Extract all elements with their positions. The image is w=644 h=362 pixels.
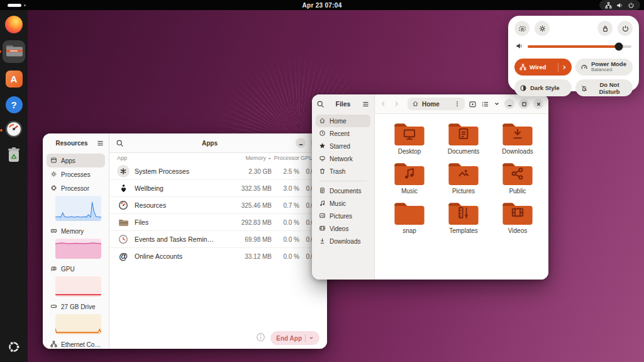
- sidebar-label: Processor: [61, 185, 89, 192]
- system-tray[interactable]: [599, 0, 640, 10]
- resources-menu-button[interactable]: [96, 139, 104, 147]
- dock-item-app-center[interactable]: A: [4, 69, 24, 89]
- dock-item-help[interactable]: ?: [4, 94, 24, 115]
- app-row-online-accounts[interactable]: @Online Accounts 33.12 MB 0.0 % 0.0 %: [109, 247, 327, 264]
- app-row-wellbeing[interactable]: Wellbeing 332.35 MB 3.0 % 0.0 %: [109, 179, 327, 196]
- column-app[interactable]: App: [117, 155, 215, 161]
- view-options-chevron-button[interactable]: [494, 101, 500, 107]
- column-memory[interactable]: Memory: [215, 155, 272, 161]
- app-row-resources[interactable]: Resources 325.46 MB 0.7 % 0.0 %: [109, 196, 327, 213]
- folder-documents[interactable]: Documents: [436, 120, 491, 155]
- forward-button[interactable]: [392, 100, 400, 108]
- sidebar-label: 27 GB Drive: [61, 303, 95, 310]
- wired-label: Wired: [530, 64, 546, 71]
- lock-button[interactable]: [597, 21, 613, 36]
- info-icon[interactable]: [256, 332, 265, 344]
- slider-fill: [528, 45, 619, 48]
- sidebar-item-starred[interactable]: Starred: [316, 140, 370, 152]
- sidebar-item-apps[interactable]: Apps: [47, 154, 105, 167]
- sidebar-item-trash[interactable]: Trash: [316, 165, 370, 178]
- resources-headerbar: Apps: [109, 133, 327, 153]
- dock-item-resources[interactable]: [4, 120, 24, 140]
- sidebar-item-home[interactable]: Home: [316, 115, 370, 127]
- gear-icon: [50, 171, 57, 179]
- folder-pictures[interactable]: Pictures: [436, 160, 491, 195]
- dock-item-firefox[interactable]: [4, 14, 24, 35]
- processor-usage-graph[interactable]: [55, 196, 101, 221]
- memory-usage-graph[interactable]: [55, 239, 101, 259]
- files-menu-button[interactable]: [362, 100, 370, 108]
- screenshot-button[interactable]: [514, 21, 530, 36]
- sidebar-label: Processes: [61, 171, 91, 178]
- sidebar-label: Ethernet Connecti…: [61, 341, 101, 348]
- app-row-system-processes[interactable]: System Processes 2.30 GB 2.5 % 0.0 %: [109, 163, 327, 179]
- close-button[interactable]: [533, 99, 543, 109]
- sidebar-item-pictures[interactable]: Pictures: [316, 210, 370, 222]
- button-divider: [305, 334, 306, 342]
- search-button[interactable]: [316, 100, 325, 108]
- folder-downloads[interactable]: Downloads: [491, 120, 545, 155]
- gpu-usage-graph[interactable]: [55, 276, 101, 297]
- sidebar-item-drive[interactable]: 27 GB Drive: [47, 300, 105, 314]
- sidebar-item-ethernet[interactable]: Ethernet Connecti…: [47, 337, 105, 349]
- back-button[interactable]: [380, 100, 387, 108]
- app-row-files[interactable]: Files 292.83 MB 0.0 % 0.0 %: [109, 213, 327, 230]
- path-bar[interactable]: Home: [408, 98, 465, 110]
- new-tab-button[interactable]: [469, 100, 477, 108]
- sidebar-item-music[interactable]: Music: [316, 197, 370, 210]
- clock[interactable]: Apr 23 07:04: [302, 2, 341, 9]
- folder-public[interactable]: Public: [491, 160, 545, 195]
- network-icon: [319, 155, 326, 163]
- dark-style-tile[interactable]: Dark Style: [514, 79, 572, 96]
- folder-music[interactable]: Music: [382, 160, 436, 195]
- power-button[interactable]: [618, 21, 633, 36]
- workspace-indicator[interactable]: [8, 4, 26, 7]
- folder-templates[interactable]: Templates: [436, 200, 491, 234]
- at-sign-icon: @: [117, 250, 130, 263]
- column-processor[interactable]: Processor: [272, 155, 299, 161]
- dock-item-trash[interactable]: [4, 146, 24, 166]
- sidebar-label: Music: [330, 200, 346, 207]
- list-view-button[interactable]: [481, 100, 489, 108]
- workspace-inactive-dot[interactable]: [24, 4, 26, 6]
- bell-slash-icon: [580, 84, 588, 92]
- minimize-button[interactable]: [296, 138, 306, 148]
- wellbeing-icon: [117, 182, 130, 195]
- sidebar-item-downloads[interactable]: Downloads: [316, 235, 370, 247]
- cpu-icon: [50, 184, 57, 193]
- files-main: Home Desktop Documents: [375, 94, 548, 280]
- folder-videos[interactable]: Videos: [491, 200, 545, 234]
- dock-item-show-apps[interactable]: [4, 338, 24, 358]
- power-mode-gauge-icon: [580, 64, 588, 71]
- dock-item-files[interactable]: [3, 40, 25, 63]
- sidebar-item-documents[interactable]: Documents: [316, 184, 370, 197]
- network-wired-icon: [519, 64, 526, 71]
- wired-tile[interactable]: Wired: [514, 59, 572, 76]
- slider-knob[interactable]: [615, 43, 623, 51]
- sidebar-item-videos[interactable]: Videos: [316, 222, 370, 235]
- dock: A ?: [0, 10, 28, 362]
- end-app-button[interactable]: End App: [270, 331, 319, 345]
- sidebar-item-network[interactable]: Network: [316, 152, 370, 165]
- folder-snap[interactable]: snap: [382, 200, 436, 234]
- sidebar-label: Memory: [61, 228, 84, 235]
- workspace-active-pill[interactable]: [8, 4, 21, 7]
- app-row-events-reminders[interactable]: Events and Tasks Reminders 69.98 MB 0.0 …: [109, 230, 327, 247]
- volume-slider[interactable]: [528, 43, 631, 51]
- power-icon: [628, 2, 635, 9]
- sidebar-item-memory[interactable]: Memory: [47, 224, 105, 238]
- path-menu-kebab-icon[interactable]: [454, 98, 460, 110]
- sidebar-item-gpu[interactable]: GPU: [47, 262, 105, 276]
- do-not-disturb-tile[interactable]: Do Not Disturb: [575, 79, 633, 96]
- search-button[interactable]: [116, 139, 124, 147]
- sidebar-item-processor[interactable]: Processor: [47, 181, 105, 195]
- sidebar-item-recent[interactable]: Recent: [316, 127, 370, 140]
- files-sidebar: Files Home Recent Starred Network T: [312, 94, 375, 280]
- folder-desktop[interactable]: Desktop: [382, 120, 436, 155]
- settings-button[interactable]: [535, 21, 550, 36]
- minimize-button[interactable]: [504, 99, 514, 109]
- power-mode-tile[interactable]: Power Mode Balanced: [575, 59, 633, 76]
- sidebar-item-processes[interactable]: Processes: [47, 167, 105, 181]
- drive-usage-graph[interactable]: [55, 314, 101, 334]
- maximize-button[interactable]: [519, 99, 529, 109]
